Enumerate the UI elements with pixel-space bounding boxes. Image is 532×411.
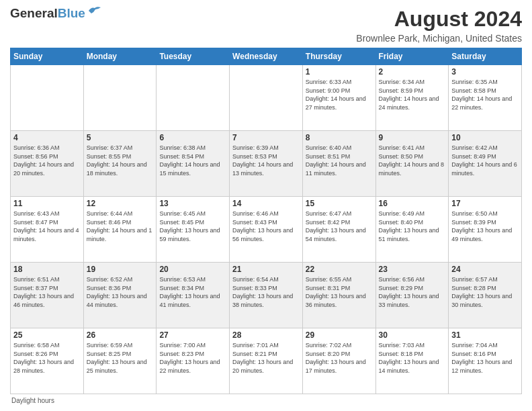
calendar-cell bbox=[11, 65, 84, 131]
calendar-header-saturday: Saturday bbox=[449, 48, 522, 65]
month-year: August 2024 bbox=[356, 7, 522, 32]
cell-data: Sunrise: 6:54 AM Sunset: 8:33 PM Dayligh… bbox=[232, 275, 300, 309]
cell-data: Sunrise: 6:58 AM Sunset: 8:26 PM Dayligh… bbox=[13, 341, 81, 375]
day-number: 3 bbox=[451, 67, 519, 77]
cell-data: Sunrise: 6:41 AM Sunset: 8:50 PM Dayligh… bbox=[379, 144, 446, 177]
day-number: 30 bbox=[379, 330, 446, 340]
cell-data: Sunrise: 7:00 AM Sunset: 8:23 PM Dayligh… bbox=[159, 341, 226, 375]
calendar-cell: 17Sunrise: 6:50 AM Sunset: 8:39 PM Dayli… bbox=[449, 197, 522, 263]
calendar-cell bbox=[230, 65, 303, 131]
cell-data: Sunrise: 7:01 AM Sunset: 8:21 PM Dayligh… bbox=[232, 341, 300, 375]
page: GeneralBlue August 2024 Brownlee Park, M… bbox=[0, 0, 532, 411]
cell-data: Sunrise: 6:49 AM Sunset: 8:40 PM Dayligh… bbox=[379, 210, 446, 243]
day-number: 15 bbox=[306, 199, 373, 208]
day-number: 7 bbox=[232, 133, 300, 142]
location: Brownlee Park, Michigan, United States bbox=[356, 33, 522, 44]
day-number: 31 bbox=[451, 330, 519, 340]
cell-data: Sunrise: 7:02 AM Sunset: 8:20 PM Dayligh… bbox=[306, 341, 373, 375]
cell-data: Sunrise: 6:37 AM Sunset: 8:55 PM Dayligh… bbox=[87, 144, 154, 177]
day-number: 19 bbox=[87, 265, 154, 274]
calendar-cell: 13Sunrise: 6:45 AM Sunset: 8:45 PM Dayli… bbox=[157, 197, 230, 263]
day-number: 26 bbox=[87, 330, 154, 340]
calendar-cell: 27Sunrise: 7:00 AM Sunset: 8:23 PM Dayli… bbox=[157, 328, 230, 394]
day-number: 24 bbox=[451, 265, 519, 274]
calendar-cell: 24Sunrise: 6:57 AM Sunset: 8:28 PM Dayli… bbox=[449, 263, 522, 328]
cell-data: Sunrise: 6:44 AM Sunset: 8:46 PM Dayligh… bbox=[87, 210, 154, 243]
cell-data: Sunrise: 6:39 AM Sunset: 8:53 PM Dayligh… bbox=[232, 144, 300, 177]
calendar-cell: 22Sunrise: 6:55 AM Sunset: 8:31 PM Dayli… bbox=[302, 263, 375, 328]
calendar-cell: 2Sunrise: 6:34 AM Sunset: 8:59 PM Daylig… bbox=[375, 65, 449, 131]
calendar-week-row: 4Sunrise: 6:36 AM Sunset: 8:56 PM Daylig… bbox=[11, 131, 522, 197]
calendar-cell: 5Sunrise: 6:37 AM Sunset: 8:55 PM Daylig… bbox=[83, 131, 157, 197]
day-number: 23 bbox=[379, 265, 446, 274]
day-number: 25 bbox=[13, 330, 81, 340]
calendar-cell: 18Sunrise: 6:51 AM Sunset: 8:37 PM Dayli… bbox=[11, 263, 84, 328]
cell-data: Sunrise: 6:57 AM Sunset: 8:28 PM Dayligh… bbox=[451, 275, 519, 309]
calendar-cell: 28Sunrise: 7:01 AM Sunset: 8:21 PM Dayli… bbox=[230, 328, 303, 394]
calendar-cell: 30Sunrise: 7:03 AM Sunset: 8:18 PM Dayli… bbox=[375, 328, 449, 394]
calendar-cell: 7Sunrise: 6:39 AM Sunset: 8:53 PM Daylig… bbox=[230, 131, 303, 197]
day-number: 10 bbox=[451, 133, 519, 142]
cell-data: Sunrise: 6:43 AM Sunset: 8:47 PM Dayligh… bbox=[13, 210, 81, 243]
cell-data: Sunrise: 7:04 AM Sunset: 8:16 PM Dayligh… bbox=[451, 341, 519, 375]
cell-data: Sunrise: 6:47 AM Sunset: 8:42 PM Dayligh… bbox=[306, 210, 373, 243]
cell-data: Sunrise: 6:40 AM Sunset: 8:51 PM Dayligh… bbox=[306, 144, 373, 177]
calendar-week-row: 18Sunrise: 6:51 AM Sunset: 8:37 PM Dayli… bbox=[11, 263, 522, 328]
calendar-cell: 16Sunrise: 6:49 AM Sunset: 8:40 PM Dayli… bbox=[375, 197, 449, 263]
calendar-cell: 4Sunrise: 6:36 AM Sunset: 8:56 PM Daylig… bbox=[11, 131, 84, 197]
day-number: 8 bbox=[306, 133, 373, 142]
calendar-week-row: 11Sunrise: 6:43 AM Sunset: 8:47 PM Dayli… bbox=[11, 197, 522, 263]
daylight-label: Daylight hours bbox=[11, 397, 54, 404]
calendar-cell: 6Sunrise: 6:38 AM Sunset: 8:54 PM Daylig… bbox=[157, 131, 230, 197]
day-number: 2 bbox=[379, 67, 446, 77]
day-number: 14 bbox=[232, 199, 300, 208]
calendar-cell: 31Sunrise: 7:04 AM Sunset: 8:16 PM Dayli… bbox=[449, 328, 522, 394]
cell-data: Sunrise: 7:03 AM Sunset: 8:18 PM Dayligh… bbox=[379, 341, 446, 375]
cell-data: Sunrise: 6:35 AM Sunset: 8:58 PM Dayligh… bbox=[451, 78, 519, 111]
calendar-cell: 12Sunrise: 6:44 AM Sunset: 8:46 PM Dayli… bbox=[83, 197, 157, 263]
calendar-cell: 14Sunrise: 6:46 AM Sunset: 8:43 PM Dayli… bbox=[230, 197, 303, 263]
calendar-cell: 15Sunrise: 6:47 AM Sunset: 8:42 PM Dayli… bbox=[302, 197, 375, 263]
cell-data: Sunrise: 6:50 AM Sunset: 8:39 PM Dayligh… bbox=[451, 210, 519, 243]
cell-data: Sunrise: 6:56 AM Sunset: 8:29 PM Dayligh… bbox=[379, 275, 446, 309]
calendar-header-wednesday: Wednesday bbox=[230, 48, 303, 65]
cell-data: Sunrise: 6:45 AM Sunset: 8:45 PM Dayligh… bbox=[159, 210, 226, 243]
calendar-cell: 23Sunrise: 6:56 AM Sunset: 8:29 PM Dayli… bbox=[375, 263, 449, 328]
day-number: 22 bbox=[306, 265, 373, 274]
calendar-cell: 10Sunrise: 6:42 AM Sunset: 8:49 PM Dayli… bbox=[449, 131, 522, 197]
cell-data: Sunrise: 6:55 AM Sunset: 8:31 PM Dayligh… bbox=[306, 275, 373, 309]
cell-data: Sunrise: 6:36 AM Sunset: 8:56 PM Dayligh… bbox=[13, 144, 81, 177]
day-number: 17 bbox=[451, 199, 519, 208]
calendar-cell: 8Sunrise: 6:40 AM Sunset: 8:51 PM Daylig… bbox=[302, 131, 375, 197]
cell-data: Sunrise: 6:53 AM Sunset: 8:34 PM Dayligh… bbox=[159, 275, 226, 309]
day-number: 1 bbox=[306, 67, 373, 77]
calendar-cell: 29Sunrise: 7:02 AM Sunset: 8:20 PM Dayli… bbox=[302, 328, 375, 394]
cell-data: Sunrise: 6:46 AM Sunset: 8:43 PM Dayligh… bbox=[232, 210, 300, 243]
cell-data: Sunrise: 6:34 AM Sunset: 8:59 PM Dayligh… bbox=[379, 78, 446, 111]
calendar-cell: 9Sunrise: 6:41 AM Sunset: 8:50 PM Daylig… bbox=[375, 131, 449, 197]
day-number: 9 bbox=[379, 133, 446, 142]
calendar-cell: 20Sunrise: 6:53 AM Sunset: 8:34 PM Dayli… bbox=[157, 263, 230, 328]
title-block: August 2024 Brownlee Park, Michigan, Uni… bbox=[356, 7, 522, 44]
calendar-header-monday: Monday bbox=[83, 48, 157, 65]
cell-data: Sunrise: 6:42 AM Sunset: 8:49 PM Dayligh… bbox=[451, 144, 519, 177]
calendar-header-friday: Friday bbox=[375, 48, 449, 65]
day-number: 28 bbox=[232, 330, 300, 340]
calendar-header-sunday: Sunday bbox=[11, 48, 84, 65]
logo-bird-icon bbox=[87, 5, 102, 16]
day-number: 21 bbox=[232, 265, 300, 274]
calendar-header-tuesday: Tuesday bbox=[157, 48, 230, 65]
calendar-week-row: 25Sunrise: 6:58 AM Sunset: 8:26 PM Dayli… bbox=[11, 328, 522, 394]
logo: GeneralBlue bbox=[10, 7, 102, 20]
day-number: 11 bbox=[13, 199, 81, 208]
calendar-cell: 19Sunrise: 6:52 AM Sunset: 8:36 PM Dayli… bbox=[83, 263, 157, 328]
day-number: 12 bbox=[87, 199, 154, 208]
calendar-cell: 26Sunrise: 6:59 AM Sunset: 8:25 PM Dayli… bbox=[83, 328, 157, 394]
calendar-table: SundayMondayTuesdayWednesdayThursdayFrid… bbox=[10, 48, 522, 394]
day-number: 5 bbox=[87, 133, 154, 142]
calendar-cell bbox=[157, 65, 230, 131]
calendar-cell: 3Sunrise: 6:35 AM Sunset: 8:58 PM Daylig… bbox=[449, 65, 522, 131]
day-number: 18 bbox=[13, 265, 81, 274]
calendar-header-thursday: Thursday bbox=[302, 48, 375, 65]
logo-general: GeneralBlue bbox=[10, 7, 85, 20]
